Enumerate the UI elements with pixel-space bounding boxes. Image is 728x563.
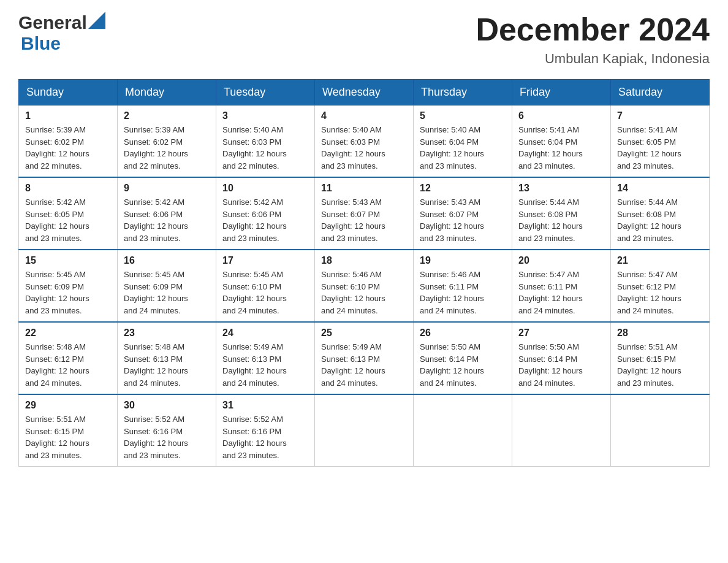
day-number: 23: [124, 327, 210, 339]
day-number: 9: [124, 183, 210, 194]
calendar-week-row: 15Sunrise: 5:45 AMSunset: 6:09 PMDayligh…: [19, 250, 710, 322]
title-section: December 2024 Umbulan Kapiak, Indonesia: [476, 12, 710, 67]
col-header-sunday: Sunday: [19, 80, 118, 105]
day-number: 17: [222, 255, 308, 266]
logo-blue-text: Blue: [21, 33, 61, 53]
day-info: Sunrise: 5:47 AMSunset: 6:12 PMDaylight:…: [617, 269, 703, 316]
calendar-cell: 15Sunrise: 5:45 AMSunset: 6:09 PMDayligh…: [19, 250, 118, 322]
calendar-cell: 26Sunrise: 5:50 AMSunset: 6:14 PMDayligh…: [414, 322, 512, 394]
calendar-cell: 27Sunrise: 5:50 AMSunset: 6:14 PMDayligh…: [512, 322, 611, 394]
calendar-cell: 10Sunrise: 5:42 AMSunset: 6:06 PMDayligh…: [216, 177, 315, 250]
day-number: 2: [124, 110, 210, 121]
day-number: 30: [124, 400, 210, 411]
calendar-cell: 20Sunrise: 5:47 AMSunset: 6:11 PMDayligh…: [512, 250, 611, 322]
calendar-cell: 12Sunrise: 5:43 AMSunset: 6:07 PMDayligh…: [414, 177, 512, 250]
day-info: Sunrise: 5:50 AMSunset: 6:14 PMDaylight:…: [518, 341, 604, 389]
day-number: 21: [617, 255, 703, 266]
day-number: 24: [222, 327, 308, 339]
day-number: 1: [25, 110, 111, 121]
col-header-friday: Friday: [512, 80, 611, 105]
day-number: 12: [420, 183, 506, 194]
calendar-cell: 25Sunrise: 5:49 AMSunset: 6:13 PMDayligh…: [315, 322, 414, 394]
day-number: 27: [518, 327, 604, 339]
day-info: Sunrise: 5:42 AMSunset: 6:06 PMDaylight:…: [222, 196, 308, 244]
day-info: Sunrise: 5:46 AMSunset: 6:11 PMDaylight:…: [420, 269, 506, 316]
day-info: Sunrise: 5:40 AMSunset: 6:04 PMDaylight:…: [420, 124, 506, 172]
day-info: Sunrise: 5:52 AMSunset: 6:16 PMDaylight:…: [124, 413, 210, 461]
day-info: Sunrise: 5:46 AMSunset: 6:10 PMDaylight:…: [321, 269, 407, 316]
calendar-cell: 16Sunrise: 5:45 AMSunset: 6:09 PMDayligh…: [118, 250, 216, 322]
day-info: Sunrise: 5:49 AMSunset: 6:13 PMDaylight:…: [321, 341, 407, 389]
calendar-cell: 2Sunrise: 5:39 AMSunset: 6:02 PMDaylight…: [118, 105, 216, 178]
day-number: 14: [617, 183, 703, 194]
day-number: 15: [25, 255, 111, 266]
month-title: December 2024: [476, 12, 710, 47]
day-number: 7: [617, 110, 703, 121]
day-info: Sunrise: 5:51 AMSunset: 6:15 PMDaylight:…: [617, 341, 703, 389]
day-info: Sunrise: 5:45 AMSunset: 6:10 PMDaylight:…: [222, 269, 308, 316]
day-info: Sunrise: 5:49 AMSunset: 6:13 PMDaylight:…: [222, 341, 308, 389]
day-info: Sunrise: 5:51 AMSunset: 6:15 PMDaylight:…: [25, 413, 111, 461]
calendar-cell: [512, 394, 611, 467]
day-number: 13: [518, 183, 604, 194]
day-number: 18: [321, 255, 407, 266]
calendar-cell: [414, 394, 512, 467]
calendar-cell: 6Sunrise: 5:41 AMSunset: 6:04 PMDaylight…: [512, 105, 611, 178]
day-info: Sunrise: 5:45 AMSunset: 6:09 PMDaylight:…: [124, 269, 210, 316]
day-number: 4: [321, 110, 407, 121]
col-header-tuesday: Tuesday: [216, 80, 315, 105]
calendar-table: SundayMondayTuesdayWednesdayThursdayFrid…: [18, 79, 710, 467]
day-number: 16: [124, 255, 210, 266]
calendar-cell: 18Sunrise: 5:46 AMSunset: 6:10 PMDayligh…: [315, 250, 414, 322]
logo-triangle-icon: [88, 12, 105, 29]
calendar-cell: 3Sunrise: 5:40 AMSunset: 6:03 PMDaylight…: [216, 105, 315, 178]
calendar-week-row: 22Sunrise: 5:48 AMSunset: 6:12 PMDayligh…: [19, 322, 710, 394]
calendar-cell: 21Sunrise: 5:47 AMSunset: 6:12 PMDayligh…: [611, 250, 710, 322]
calendar-cell: 14Sunrise: 5:44 AMSunset: 6:08 PMDayligh…: [611, 177, 710, 250]
day-info: Sunrise: 5:41 AMSunset: 6:05 PMDaylight:…: [617, 124, 703, 172]
calendar-week-row: 1Sunrise: 5:39 AMSunset: 6:02 PMDaylight…: [19, 105, 710, 178]
calendar-cell: 5Sunrise: 5:40 AMSunset: 6:04 PMDaylight…: [414, 105, 512, 178]
day-info: Sunrise: 5:48 AMSunset: 6:13 PMDaylight:…: [124, 341, 210, 389]
calendar-cell: 1Sunrise: 5:39 AMSunset: 6:02 PMDaylight…: [19, 105, 118, 178]
calendar-cell: 17Sunrise: 5:45 AMSunset: 6:10 PMDayligh…: [216, 250, 315, 322]
day-number: 31: [222, 400, 308, 411]
calendar-week-row: 8Sunrise: 5:42 AMSunset: 6:05 PMDaylight…: [19, 177, 710, 250]
day-number: 11: [321, 183, 407, 194]
calendar-cell: 30Sunrise: 5:52 AMSunset: 6:16 PMDayligh…: [118, 394, 216, 467]
col-header-saturday: Saturday: [611, 80, 710, 105]
day-number: 29: [25, 400, 111, 411]
day-info: Sunrise: 5:47 AMSunset: 6:11 PMDaylight:…: [518, 269, 604, 316]
calendar-cell: 29Sunrise: 5:51 AMSunset: 6:15 PMDayligh…: [19, 394, 118, 467]
day-number: 26: [420, 327, 506, 339]
calendar-cell: 22Sunrise: 5:48 AMSunset: 6:12 PMDayligh…: [19, 322, 118, 394]
day-number: 28: [617, 327, 703, 339]
day-info: Sunrise: 5:40 AMSunset: 6:03 PMDaylight:…: [222, 124, 308, 172]
day-number: 20: [518, 255, 604, 266]
day-number: 22: [25, 327, 111, 339]
day-info: Sunrise: 5:39 AMSunset: 6:02 PMDaylight:…: [124, 124, 210, 172]
calendar-cell: 7Sunrise: 5:41 AMSunset: 6:05 PMDaylight…: [611, 105, 710, 178]
svg-marker-0: [88, 12, 105, 29]
calendar-cell: 9Sunrise: 5:42 AMSunset: 6:06 PMDaylight…: [118, 177, 216, 250]
day-info: Sunrise: 5:39 AMSunset: 6:02 PMDaylight:…: [25, 124, 111, 172]
day-number: 6: [518, 110, 604, 121]
day-info: Sunrise: 5:45 AMSunset: 6:09 PMDaylight:…: [25, 269, 111, 316]
day-info: Sunrise: 5:44 AMSunset: 6:08 PMDaylight:…: [617, 196, 703, 244]
calendar-cell: 24Sunrise: 5:49 AMSunset: 6:13 PMDayligh…: [216, 322, 315, 394]
calendar-cell: 13Sunrise: 5:44 AMSunset: 6:08 PMDayligh…: [512, 177, 611, 250]
day-info: Sunrise: 5:48 AMSunset: 6:12 PMDaylight:…: [25, 341, 111, 389]
day-info: Sunrise: 5:43 AMSunset: 6:07 PMDaylight:…: [321, 196, 407, 244]
calendar-header-row: SundayMondayTuesdayWednesdayThursdayFrid…: [19, 80, 710, 105]
day-number: 3: [222, 110, 308, 121]
calendar-week-row: 29Sunrise: 5:51 AMSunset: 6:15 PMDayligh…: [19, 394, 710, 467]
col-header-thursday: Thursday: [414, 80, 512, 105]
day-info: Sunrise: 5:44 AMSunset: 6:08 PMDaylight:…: [518, 196, 604, 244]
day-number: 25: [321, 327, 407, 339]
day-info: Sunrise: 5:50 AMSunset: 6:14 PMDaylight:…: [420, 341, 506, 389]
day-number: 19: [420, 255, 506, 266]
calendar-cell: 4Sunrise: 5:40 AMSunset: 6:03 PMDaylight…: [315, 105, 414, 178]
day-info: Sunrise: 5:42 AMSunset: 6:06 PMDaylight:…: [124, 196, 210, 244]
calendar-cell: [315, 394, 414, 467]
logo-general-text: General: [18, 12, 87, 33]
